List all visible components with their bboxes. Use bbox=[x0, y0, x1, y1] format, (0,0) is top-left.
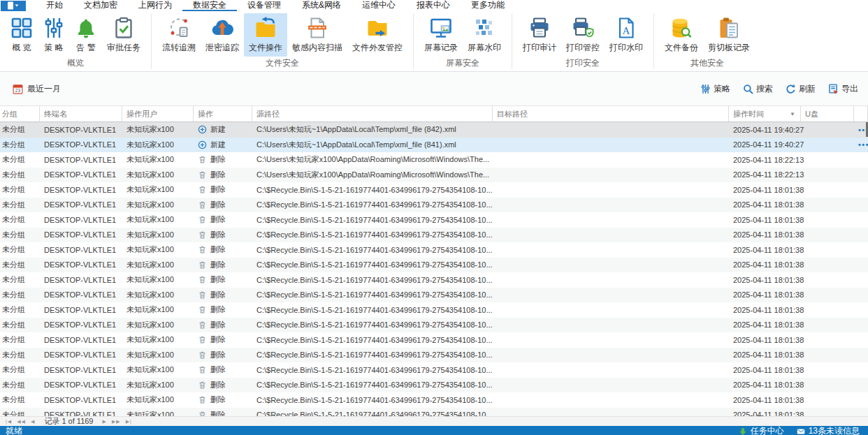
ribbon-group: 概 览策 略告 警审批任务概览 bbox=[0, 11, 151, 71]
next-fast-icon[interactable]: ▶▶ bbox=[112, 419, 121, 425]
ribbon-button[interactable]: 文件操作 bbox=[244, 13, 287, 57]
column-filter-icon[interactable]: ▼ bbox=[790, 111, 795, 117]
task-center-button[interactable]: 任务中心 bbox=[739, 425, 784, 435]
ribbon-button[interactable]: 敏感内容扫描 bbox=[287, 13, 347, 57]
ribbon-button-label: 告 警 bbox=[76, 42, 95, 54]
column-header[interactable]: 源路径 bbox=[252, 106, 493, 121]
menu-tab[interactable]: 系统&网络 bbox=[291, 0, 352, 11]
terminal-cell: DESKTOP-VLKTLE1 bbox=[40, 320, 122, 329]
ribbon-button[interactable]: 文件备份 bbox=[660, 13, 703, 57]
menu-tab[interactable]: 报表中心 bbox=[406, 0, 461, 11]
column-header[interactable] bbox=[854, 106, 868, 121]
menu-tab[interactable]: 运维中心 bbox=[352, 0, 406, 11]
ribbon-button[interactable]: 打印审计 bbox=[518, 13, 561, 57]
table-row[interactable]: 未分组DESKTOP-VLKTLE1未知玩家x100删除C:\$Recycle.… bbox=[0, 392, 868, 408]
table-row[interactable]: 未分组DESKTOP-VLKTLE1未知玩家x100删除C:\$Recycle.… bbox=[0, 288, 868, 303]
terminal-cell: DESKTOP-VLKTLE1 bbox=[40, 351, 122, 359]
table-row[interactable]: 未分组DESKTOP-VLKTLE1未知玩家x100删除C:\$Recycle.… bbox=[0, 242, 868, 258]
ribbon-button-label: 概 览 bbox=[12, 42, 31, 54]
terminal-cell: DESKTOP-VLKTLE1 bbox=[40, 216, 122, 224]
table-row[interactable]: 未分组DESKTOP-VLKTLE1未知玩家x100删除C:\$Recycle.… bbox=[0, 228, 868, 243]
column-header[interactable]: 终端名 bbox=[40, 106, 122, 121]
delete-trash-icon bbox=[198, 320, 207, 330]
ribbon-button[interactable]: 屏幕记录 bbox=[419, 13, 463, 57]
prev-fast-icon[interactable]: ◀◀ bbox=[17, 419, 26, 425]
column-header[interactable]: 操作 bbox=[194, 106, 252, 121]
group-cell: 未分组 bbox=[0, 124, 40, 135]
ribbon-group-label: 其他安全 bbox=[654, 57, 760, 72]
time-cell: 2025-04-11 18:01:38 bbox=[729, 216, 801, 224]
table-row[interactable]: 未分组DESKTOP-VLKTLE1未知玩家x100删除C:\Users\未知玩… bbox=[0, 152, 868, 168]
export-button[interactable]: 导出 bbox=[828, 83, 858, 95]
ribbon-button[interactable]: 策 略 bbox=[38, 13, 70, 57]
date-range-filter[interactable]: 23 最近一月 bbox=[13, 83, 61, 95]
operation-cell: 删除 bbox=[194, 260, 252, 270]
search-button[interactable]: 搜索 bbox=[743, 83, 773, 95]
last-page-icon[interactable]: ▶| bbox=[126, 419, 132, 425]
unread-messages-button[interactable]: 13条未读信息 bbox=[797, 425, 860, 435]
column-header[interactable]: 目标路径 bbox=[493, 106, 729, 121]
menu-tab[interactable]: 上网行为 bbox=[128, 0, 182, 11]
row-menu-icon[interactable]: ••• bbox=[858, 140, 868, 149]
ribbon-button[interactable]: 告 警 bbox=[70, 13, 102, 57]
operation-label: 新建 bbox=[210, 124, 226, 135]
time-cell: 2025-04-11 18:01:38 bbox=[729, 276, 801, 284]
app-menu-button[interactable] bbox=[1, 1, 26, 11]
table-row[interactable]: 未分组DESKTOP-VLKTLE1未知玩家x100删除C:\$Recycle.… bbox=[0, 332, 868, 348]
time-cell: 2025-04-11 18:01:38 bbox=[729, 381, 801, 389]
refresh-button[interactable]: 刷新 bbox=[786, 83, 816, 95]
table-row[interactable]: 未分组DESKTOP-VLKTLE1未知玩家x100新建C:\Users\未知玩… bbox=[0, 138, 868, 153]
ribbon-button[interactable]: 打印管控 bbox=[561, 13, 605, 57]
group-cell: 未分组 bbox=[0, 140, 40, 150]
delete-trash-icon bbox=[198, 395, 207, 404]
ribbon-button[interactable]: 泄密追踪 bbox=[201, 13, 244, 57]
first-page-icon[interactable]: |◀ bbox=[6, 419, 12, 425]
ribbon-button[interactable]: 审批任务 bbox=[102, 13, 145, 57]
menu-tab[interactable]: 更多功能 bbox=[461, 0, 515, 11]
ribbon-button[interactable]: 流转追溯 bbox=[157, 13, 201, 57]
circulation-trace-icon bbox=[168, 17, 190, 39]
operation-cell: 删除 bbox=[194, 410, 252, 416]
ribbon-button[interactable]: A打印水印 bbox=[605, 13, 648, 57]
ribbon-button[interactable]: 文件外发管控 bbox=[347, 13, 407, 57]
ribbon-button[interactable]: 概 览 bbox=[6, 13, 38, 57]
table-row[interactable]: 未分组DESKTOP-VLKTLE1未知玩家x100删除C:\$Recycle.… bbox=[0, 258, 868, 273]
menu-tab[interactable]: 数据安全 bbox=[182, 0, 237, 11]
time-cell: 2025-04-11 18:01:38 bbox=[729, 230, 801, 239]
table-row[interactable]: 未分组DESKTOP-VLKTLE1未知玩家x100删除C:\$Recycle.… bbox=[0, 408, 868, 417]
column-header[interactable]: 分组 bbox=[0, 106, 40, 121]
group-cell: 未分组 bbox=[0, 214, 40, 225]
tool-label: 搜索 bbox=[756, 83, 773, 95]
calendar-icon: 23 bbox=[13, 84, 23, 94]
column-header[interactable]: 操作时间▼ bbox=[729, 106, 801, 121]
operation-label: 删除 bbox=[210, 380, 226, 390]
table-row[interactable]: 未分组DESKTOP-VLKTLE1未知玩家x100删除C:\$Recycle.… bbox=[0, 318, 868, 333]
table-row[interactable]: 未分组DESKTOP-VLKTLE1未知玩家x100删除C:\$Recycle.… bbox=[0, 212, 868, 228]
table-row[interactable]: 未分组DESKTOP-VLKTLE1未知玩家x100删除C:\$Recycle.… bbox=[0, 182, 868, 198]
table-row[interactable]: 未分组DESKTOP-VLKTLE1未知玩家x100删除C:\$Recycle.… bbox=[0, 198, 868, 213]
menu-tab[interactable]: 开始 bbox=[36, 0, 73, 11]
prev-page-icon[interactable]: ◀ bbox=[31, 419, 35, 425]
menu-tab[interactable]: 文档加密 bbox=[73, 0, 128, 11]
table-row[interactable]: 未分组DESKTOP-VLKTLE1未知玩家x100删除C:\Users\未知玩… bbox=[0, 168, 868, 183]
user-cell: 未知玩家x100 bbox=[122, 304, 194, 315]
next-page-icon[interactable]: ▶ bbox=[103, 419, 107, 425]
ribbon-button-label: 屏幕记录 bbox=[424, 42, 458, 54]
ribbon-button-label: 文件备份 bbox=[665, 42, 698, 54]
ribbon-button[interactable]: 剪切板记录 bbox=[703, 13, 755, 57]
table-row[interactable]: 未分组DESKTOP-VLKTLE1未知玩家x100删除C:\$Recycle.… bbox=[0, 362, 868, 378]
source-path-cell: C:\$Recycle.Bin\S-1-5-21-1619774401-6349… bbox=[252, 320, 493, 329]
table-row[interactable]: 未分组DESKTOP-VLKTLE1未知玩家x100删除C:\$Recycle.… bbox=[0, 302, 868, 318]
table-row[interactable]: 未分组DESKTOP-VLKTLE1未知玩家x100删除C:\$Recycle.… bbox=[0, 348, 868, 363]
column-header[interactable]: 操作用户 bbox=[122, 106, 194, 121]
table-row[interactable]: 未分组DESKTOP-VLKTLE1未知玩家x100新建C:\Users\未知玩… bbox=[0, 122, 868, 138]
menu-tab[interactable]: 设备管理 bbox=[237, 0, 291, 11]
policy-tool-button[interactable]: 策略 bbox=[700, 83, 730, 95]
delete-trash-icon bbox=[198, 411, 207, 416]
table-row[interactable]: 未分组DESKTOP-VLKTLE1未知玩家x100删除C:\$Recycle.… bbox=[0, 272, 868, 288]
table-row[interactable]: 未分组DESKTOP-VLKTLE1未知玩家x100删除C:\$Recycle.… bbox=[0, 378, 868, 393]
ribbon-button[interactable]: 屏幕水印 bbox=[463, 13, 506, 57]
time-cell: 2025-04-11 18:01:38 bbox=[729, 336, 801, 344]
column-header[interactable]: U盘 bbox=[801, 106, 854, 121]
delete-trash-icon bbox=[198, 260, 207, 270]
